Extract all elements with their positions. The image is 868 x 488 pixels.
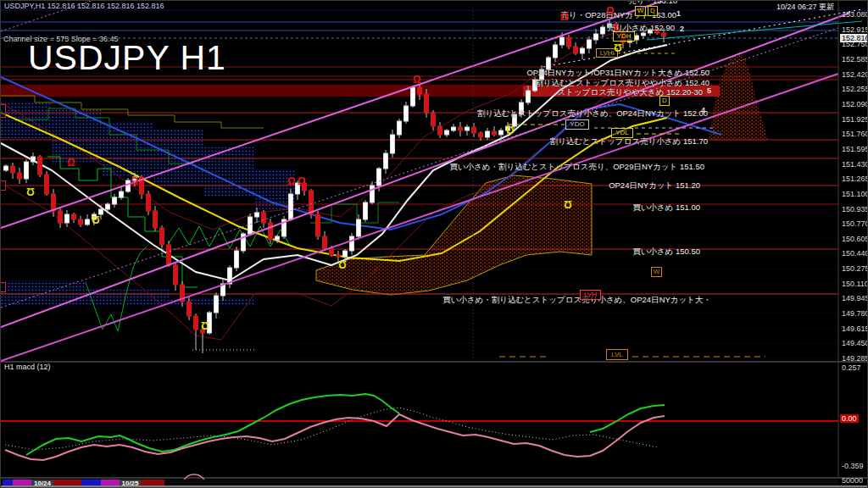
candle-body (79, 219, 83, 225)
candle-body (316, 214, 320, 236)
level-label-box: YDL (611, 128, 633, 138)
candle-body (160, 228, 164, 245)
candle-body (45, 175, 49, 194)
candle-body (364, 202, 368, 219)
macd-axis-label: 50000 (842, 476, 863, 485)
buy-signal-icon: Ω (338, 259, 347, 269)
sell-signal-icon: Ω (298, 177, 306, 186)
price-axis-label: 151.760 (842, 130, 868, 138)
candle-body (113, 197, 117, 204)
price-axis-label: 150.275 (842, 264, 868, 273)
candle-body (72, 214, 76, 219)
price-axis-label: 150.110 (842, 280, 868, 288)
candle-body (65, 214, 70, 223)
price-axis-label: 149.285 (842, 354, 868, 363)
candle-body (499, 130, 504, 135)
candle-body (255, 213, 259, 217)
wave-count-number: 2 (680, 25, 684, 33)
candle-body (560, 37, 565, 45)
level-label-box: YDH (613, 31, 635, 42)
buy-signal-icon: Ω (506, 125, 515, 134)
macd-axis-label: -0.359 (842, 462, 864, 470)
price-axis-label: 151.100 (842, 190, 868, 198)
candle-body (465, 127, 470, 130)
candle-body (370, 186, 375, 202)
price-axis-label: 151.595 (842, 145, 868, 153)
last-update-label: 10/24 06:27 更新 (776, 2, 834, 13)
candle-body (120, 191, 124, 197)
price-axis-label: 152.585 (842, 55, 868, 64)
edge-label-box (0, 282, 6, 292)
candle-body (31, 157, 36, 162)
level-label-box: YDO (565, 119, 589, 130)
candle-body (153, 211, 158, 228)
trade-annotation: 買い小さめ 150.50 (632, 247, 700, 258)
level-label-box: LVL (606, 349, 628, 360)
level-label-box: D (659, 96, 670, 106)
candle-body (384, 153, 388, 169)
price-axis-label: 150.440 (842, 249, 868, 258)
candle-body (269, 223, 273, 240)
price-axis-label: 150.770 (842, 219, 868, 228)
candle-body (581, 48, 585, 53)
price-axis-label: 152.915 (842, 25, 868, 34)
price-axis-label: 149.450 (842, 339, 868, 347)
macd-axis-label: 0.00 (840, 414, 859, 423)
sell-signal-icon: Ω (606, 7, 615, 16)
price-axis-label: 152.420 (842, 70, 868, 79)
candle-body (18, 173, 22, 179)
candle-body (601, 27, 605, 34)
channel-line (1, 74, 838, 361)
price-axis-label: 150.605 (842, 235, 868, 243)
candle-body (38, 157, 42, 175)
trade-annotation: 割り込むとストップロス売り小さめ、OP24日NYカット 152.00 (477, 108, 708, 119)
candle-body (194, 316, 198, 330)
macd-indicator-label: H1 macd (12) (4, 363, 51, 371)
macd-axis-label: 0.257 (842, 363, 861, 372)
candle-body (391, 135, 395, 153)
price-axis-label: 152.090 (842, 100, 868, 108)
candle-body (147, 194, 151, 211)
candle-body (174, 265, 178, 285)
level-label-box: LVH (580, 290, 601, 300)
buy-signal-icon: Ω (26, 186, 35, 196)
trade-annotation: ストップロス売りやや大きめ 152.20-30 (558, 87, 703, 98)
candle-body (235, 251, 239, 268)
edge-label-box (0, 104, 6, 118)
wave-count-number: 1 (676, 9, 681, 18)
candle-body (330, 248, 334, 255)
ohlc-readout: USDJPY,H1 152.816 152.816 152.816 152.81… (4, 2, 164, 10)
indicator-line (26, 394, 399, 455)
buy-signal-icon: Ω (201, 320, 209, 330)
candle-body (323, 236, 327, 248)
candle-body (248, 217, 253, 234)
candle-body (11, 166, 15, 173)
candle-body (452, 127, 456, 130)
price-axis-label: 149.945 (842, 294, 868, 302)
candle-body (438, 126, 442, 135)
price-axis-label: 149.780 (842, 309, 868, 318)
price-axis-label: 153.080 (842, 10, 868, 19)
trade-annotation: 売り・OP28日NYカット 153.00 (560, 10, 676, 21)
candle-body (459, 127, 463, 130)
candle-body (587, 40, 592, 48)
sell-signal-icon: Ω (131, 177, 139, 186)
price-axis-label: 151.925 (842, 115, 868, 124)
candle-body (262, 213, 266, 223)
level-label-box: W (651, 267, 662, 277)
sell-signal-icon: Ω (560, 13, 569, 22)
candle-body (58, 211, 63, 223)
candle-body (479, 133, 483, 137)
candle-body (350, 236, 354, 251)
candle-body (106, 204, 110, 209)
indicator-line (5, 408, 658, 450)
trade-annotation: OP24日NYカット 151.20 (609, 180, 700, 191)
wave-count-number: 5 (707, 86, 711, 95)
price-axis-label: 151.430 (842, 160, 868, 169)
candle-body (167, 245, 171, 265)
candle-body (404, 106, 409, 121)
mt4-chart-window: USDJPY,H1 152.816 152.816 152.816 152.81… (0, 0, 868, 488)
price-axis-label: 152.255 (842, 85, 868, 93)
candle-body (431, 113, 436, 126)
candle-body (4, 166, 8, 170)
